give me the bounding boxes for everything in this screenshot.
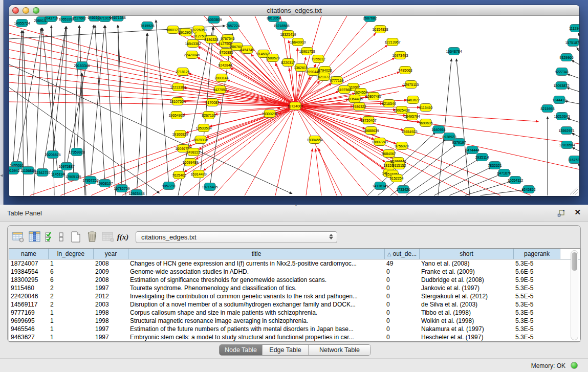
graph-node[interactable]: 9227341: [555, 68, 569, 76]
graph-node[interactable]: 2803144: [214, 74, 228, 82]
graph-node[interactable]: 1145194: [51, 170, 65, 178]
table-cell[interactable]: 1: [49, 325, 94, 333]
tab-network-table[interactable]: Network Table: [308, 345, 371, 355]
network-graph-canvas[interactable]: 1872400718300295193845541822605891275058…: [9, 16, 579, 195]
graph-node[interactable]: 19166829: [172, 130, 188, 138]
graph-node[interactable]: 16782759: [114, 185, 129, 192]
graph-node[interactable]: 8912954: [179, 29, 192, 36]
table-cell[interactable]: 0: [385, 325, 420, 333]
table-cell[interactable]: 2: [49, 300, 94, 309]
graph-node[interactable]: 9463627: [406, 96, 420, 104]
left-splitter[interactable]: ◀: [0, 0, 4, 205]
graph-node[interactable]: 9777169: [330, 77, 343, 84]
table-cell[interactable]: 0: [385, 300, 420, 309]
delete-column-button[interactable]: [84, 229, 100, 245]
graph-node[interactable]: 12093872: [553, 82, 569, 90]
graph-node[interactable]: 8878334: [193, 136, 207, 144]
graph-node[interactable]: 9756928: [395, 142, 408, 150]
graph-node[interactable]: 9115460: [419, 104, 433, 112]
graph-node[interactable]: 1167531: [568, 156, 579, 164]
graph-node[interactable]: 14671388: [110, 16, 125, 21]
table-cell[interactable]: 0: [385, 317, 420, 325]
table-cell[interactable]: 2003: [94, 300, 128, 309]
graph-node[interactable]: 9115152: [393, 162, 406, 169]
table-cell[interactable]: 22420046: [9, 292, 49, 300]
table-cell[interactable]: Tibbo et al. (1998): [420, 309, 514, 317]
graph-node[interactable]: 15751874: [565, 39, 579, 47]
table-cell[interactable]: 5.3E-5: [514, 333, 560, 341]
table-cell[interactable]: 0: [385, 276, 420, 284]
graph-node[interactable]: 7857224: [226, 22, 239, 30]
table-cell[interactable]: 14569117: [9, 300, 49, 309]
table-cell[interactable]: 2009: [94, 268, 128, 276]
graph-node[interactable]: 10958107: [97, 180, 113, 187]
graph-node[interactable]: 20153346: [74, 62, 90, 70]
graph-node[interactable]: 7615526: [140, 22, 154, 30]
table-row[interactable]: 1456911722003Disruption of a novel membe…: [9, 300, 580, 309]
table-cell[interactable]: 18300295: [9, 276, 49, 284]
graph-node[interactable]: 17359928: [69, 148, 84, 156]
table-cell[interactable]: 0: [385, 268, 420, 276]
column-header-in_degree[interactable]: in_degree: [49, 249, 94, 259]
table-cell[interactable]: 2: [49, 284, 94, 292]
graph-node[interactable]: 8454749: [240, 46, 254, 54]
graph-node[interactable]: 8813054: [267, 16, 280, 22]
graph-node[interactable]: 2687682: [363, 16, 377, 22]
table-cell[interactable]: Corpus callosum shape and size in male p…: [128, 309, 385, 317]
graph-node[interactable]: 20206576: [45, 151, 60, 159]
table-scrollbar-thumb[interactable]: [572, 252, 577, 271]
graph-node[interactable]: 7485063: [398, 67, 412, 74]
graph-node[interactable]: 9245852: [521, 186, 535, 193]
table-cell[interactable]: Investigating the contribution of common…: [128, 292, 385, 300]
table-cell[interactable]: 1: [49, 259, 94, 268]
graph-node[interactable]: 10807487: [365, 93, 381, 100]
function-builder-button[interactable]: f(x): [117, 229, 128, 245]
graph-node[interactable]: 9379197: [452, 139, 466, 146]
table-cell[interactable]: 2008: [94, 259, 128, 268]
graph-node[interactable]: 12213967: [384, 38, 400, 46]
table-cell[interactable]: 2012: [94, 292, 128, 300]
table-cell[interactable]: 5.3E-5: [514, 300, 560, 309]
graph-node[interactable]: 2043719: [44, 16, 58, 22]
graph-node[interactable]: 7986322: [352, 103, 366, 111]
graph-node[interactable]: 7625402: [172, 171, 186, 179]
graph-node[interactable]: 16961758: [299, 48, 315, 55]
graph-node[interactable]: 12975115: [403, 81, 419, 89]
graph-node[interactable]: 7955812: [311, 55, 325, 63]
table-cell[interactable]: 1997: [94, 284, 128, 292]
graph-node[interactable]: 12213383: [170, 83, 186, 91]
table-cell[interactable]: 5.3E-5: [514, 259, 560, 268]
table-cell[interactable]: 5.3E-5: [514, 309, 560, 317]
graph-node[interactable]: 1640954: [431, 126, 445, 134]
table-cell[interactable]: Changes of HCN gene expression and I(f) …: [128, 259, 385, 268]
table-row[interactable]: 946362711997Embryonic stem cells: a mode…: [9, 333, 580, 341]
graph-node[interactable]: 16648784: [446, 48, 462, 55]
graph-node[interactable]: 18325419: [280, 31, 296, 38]
graph-node[interactable]: 19654923: [168, 112, 184, 119]
graph-node[interactable]: 10973493: [392, 52, 408, 59]
table-cell[interactable]: 1998: [94, 317, 128, 325]
column-header-out_de[interactable]: △out_de...: [385, 249, 420, 259]
graph-node[interactable]: 16640910: [290, 38, 306, 46]
graph-node[interactable]: 1588520: [266, 54, 279, 62]
table-cell[interactable]: 6: [49, 276, 94, 284]
table-source-select[interactable]: citations_edges.txt: [136, 231, 337, 243]
table-cell[interactable]: Nakamura et al. (1997): [420, 325, 514, 333]
graph-node[interactable]: 6497568: [337, 86, 351, 94]
column-header-short[interactable]: short: [420, 249, 514, 259]
graph-node[interactable]: 19716485: [202, 183, 217, 191]
tab-edge-table[interactable]: Edge Table: [262, 345, 308, 355]
graph-node[interactable]: 9152254: [389, 174, 403, 182]
table-cell[interactable]: Embryonic stem cells: a model to study s…: [128, 333, 385, 341]
table-cell[interactable]: 9465546: [9, 325, 49, 333]
graph-node[interactable]: 10688639: [363, 127, 379, 135]
table-cell[interactable]: 5.3E-5: [514, 317, 560, 325]
graph-node[interactable]: 14055724: [14, 19, 30, 27]
table-cell[interactable]: 5.5E-5: [514, 292, 560, 300]
table-cell[interactable]: Yano et al. (2008): [420, 259, 514, 268]
graph-node[interactable]: 16154838: [372, 26, 388, 33]
table-cell[interactable]: Disruption of a novel member of a sodium…: [128, 300, 385, 309]
graph-node[interactable]: 13533594: [195, 124, 211, 132]
table-cell[interactable]: 1: [49, 317, 94, 325]
tab-node-table[interactable]: Node Table: [220, 345, 262, 355]
